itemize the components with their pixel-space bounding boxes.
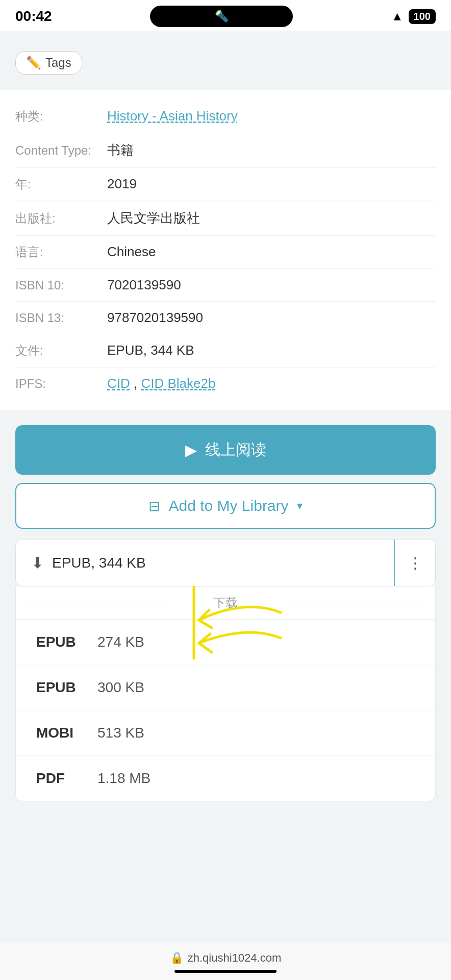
lock-icon: 🔒 (170, 951, 184, 965)
size-300kb: 300 KB (97, 679, 144, 696)
add-to-library-label: Add to My Library (168, 497, 288, 514)
dropdown-title: 下载 (213, 596, 238, 609)
library-icon: ⊟ (148, 498, 160, 514)
size-118mb: 1.18 MB (97, 770, 151, 787)
category-row: 种类: History - Asian History (15, 100, 436, 133)
format-mobi: MOBI (36, 725, 87, 741)
dynamic-island: 🔦 (150, 6, 293, 27)
tags-button[interactable]: ✏️ Tags (15, 51, 82, 75)
download-more-button[interactable]: ⋮ (394, 540, 435, 586)
isbn10-row: ISBN 10: 7020139590 (15, 269, 436, 302)
cid-blake2b-link[interactable]: CID Blake2b (141, 376, 215, 391)
chevron-down-icon: ▾ (297, 499, 303, 512)
year-label: 年: (15, 176, 107, 192)
download-icon: ⬇ (31, 554, 44, 572)
year-value: 2019 (107, 176, 436, 192)
download-item-epub-300[interactable]: EPUB 300 KB (16, 665, 435, 710)
tags-label: Tags (45, 56, 71, 70)
battery-indicator: 100 (409, 9, 436, 24)
read-online-label: 线上阅读 (205, 439, 266, 460)
main-content: ✏️ Tags 种类: History - Asian History Cont… (0, 31, 451, 980)
download-item-mobi[interactable]: MOBI 513 KB (16, 710, 435, 756)
download-row: ⬇ EPUB, 344 KB ⋮ (15, 539, 436, 586)
play-icon: ▶ (185, 441, 197, 459)
year-row: 年: 2019 (15, 168, 436, 201)
download-label: EPUB, 344 KB (52, 555, 146, 571)
isbn10-value: 7020139590 (107, 277, 436, 293)
pencil-icon: ✏️ (26, 56, 41, 70)
cid-link[interactable]: CID (107, 376, 130, 391)
category-label: 种类: (15, 108, 107, 125)
status-bar: 00:42 🔦 ▲ 100 (0, 0, 451, 31)
file-row: 文件: EPUB, 344 KB (15, 334, 436, 368)
content-type-row: Content Type: 书籍 (15, 133, 436, 168)
flashlight-icon: 🔦 (215, 10, 229, 23)
content-type-value: 书籍 (107, 141, 436, 159)
content-type-label: Content Type: (15, 143, 107, 158)
format-epub-2: EPUB (36, 679, 87, 696)
actions-section: ▶ 线上阅读 ⊟ Add to My Library ▾ (0, 415, 451, 539)
dropdown-header: 下载 (16, 586, 435, 620)
tags-section: ✏️ Tags (0, 46, 451, 85)
status-right: ▲ 100 (391, 9, 436, 24)
url-text: zh.qiushi1024.com (188, 951, 281, 965)
add-to-library-button[interactable]: ⊟ Add to My Library ▾ (15, 483, 436, 529)
download-item-epub-274[interactable]: EPUB 274 KB (16, 620, 435, 665)
size-274kb: 274 KB (97, 634, 144, 650)
file-label: 文件: (15, 342, 107, 359)
format-epub-1: EPUB (36, 634, 87, 650)
isbn13-value: 9787020139590 (107, 310, 436, 326)
metadata-section: 种类: History - Asian History Content Type… (0, 90, 451, 410)
language-row: 语言: Chinese (15, 236, 436, 269)
browser-url: 🔒 zh.qiushi1024.com (170, 951, 281, 965)
home-indicator[interactable] (174, 970, 277, 973)
size-513kb: 513 KB (97, 725, 144, 741)
isbn13-label: ISBN 13: (15, 311, 107, 325)
category-value[interactable]: History - Asian History (107, 108, 436, 124)
language-value: Chinese (107, 244, 436, 260)
format-pdf: PDF (36, 770, 87, 787)
cid-comma: , (134, 376, 141, 391)
download-main[interactable]: ⬇ EPUB, 344 KB (16, 540, 394, 586)
wifi-icon: ▲ (391, 9, 404, 23)
bottom-bar: 🔒 zh.qiushi1024.com (0, 943, 451, 980)
publisher-value: 人民文学出版社 (107, 209, 436, 227)
file-value: EPUB, 344 KB (107, 342, 436, 358)
publisher-row: 出版社: 人民文学出版社 (15, 201, 436, 236)
isbn13-row: ISBN 13: 9787020139590 (15, 302, 436, 334)
publisher-label: 出版社: (15, 210, 107, 227)
ipfs-label: IPFS: (15, 377, 107, 391)
ellipsis-icon: ⋮ (408, 554, 423, 572)
status-time: 00:42 (15, 8, 52, 24)
ipfs-value: CID , CID Blake2b (107, 376, 436, 391)
isbn10-label: ISBN 10: (15, 278, 107, 292)
download-item-pdf[interactable]: PDF 1.18 MB (16, 756, 435, 801)
ipfs-row: IPFS: CID , CID Blake2b (15, 368, 436, 400)
read-online-button[interactable]: ▶ 线上阅读 (15, 425, 436, 475)
download-dropdown: 下载 EPUB 274 KB EPUB 300 KB MOBI 513 KB P… (15, 586, 436, 801)
language-label: 语言: (15, 244, 107, 260)
